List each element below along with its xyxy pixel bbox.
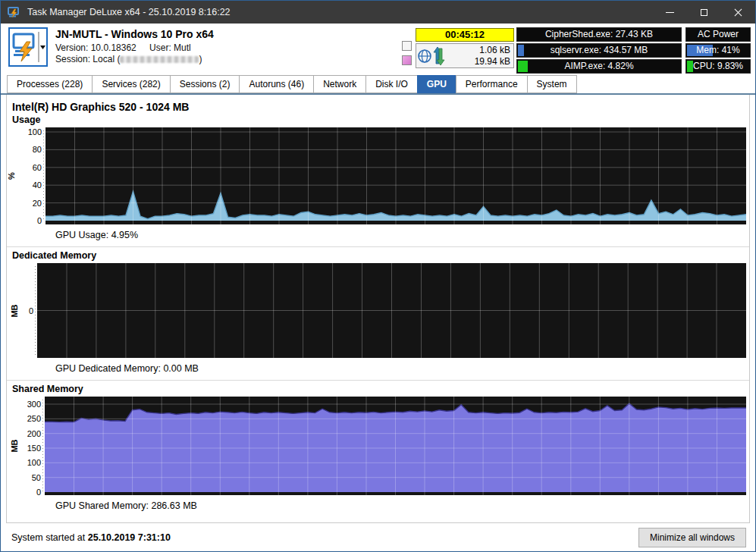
host-info: JN-MUTL - Windows 10 Pro x64 Version: 10… — [55, 28, 214, 65]
top-process-box-bar — [518, 45, 524, 56]
tabstrip: Processes (228)Services (282)Sessions (2… — [1, 75, 755, 95]
top-process-box[interactable]: AIMP.exe: 4.82% — [516, 59, 682, 74]
status-box[interactable]: AC Power — [685, 27, 751, 42]
y-tick-label: 100 — [27, 458, 41, 468]
gpu-tab-page: Intel(R) HD Graphics 520 - 1024 MB Usage… — [6, 95, 750, 523]
tab-performance[interactable]: Performance — [456, 75, 527, 93]
y-tick-label: 0 — [29, 306, 33, 316]
shared-caption: GPU Shared Memory: 286.63 MB — [55, 500, 749, 511]
statusbar: System started at 25.10.2019 7:31:10 Min… — [1, 523, 755, 551]
usage-chart-row: % 100806040200 — [7, 127, 749, 224]
net-upload-value: 1.06 kB — [447, 45, 510, 56]
maximize-icon — [701, 9, 707, 16]
y-tick-label: 80 — [33, 145, 42, 155]
shared-y-axis-label: MB — [10, 439, 19, 452]
system-started-text: System started at 25.10.2019 7:31:10 — [11, 532, 171, 543]
y-tick-label: 150 — [27, 444, 41, 453]
y-tick-label: 0 — [36, 488, 41, 497]
indicator-square-white — [402, 41, 412, 51]
y-tick-label: 250 — [27, 414, 41, 424]
dedicated-chart-row: MB 0 — [7, 263, 749, 358]
top-process-box-label: AIMP.exe: 4.82% — [564, 61, 633, 71]
y-tick-label: 200 — [27, 429, 41, 439]
shared-chart-plot — [45, 397, 746, 495]
maximize-button[interactable] — [687, 1, 721, 24]
task-manager-window: Task Manager DeLuxe x64 - 25.10.2019 8:1… — [0, 0, 756, 552]
minimize-all-windows-button[interactable]: Minimize all windows — [638, 528, 746, 547]
usage-chart-plot — [45, 127, 746, 224]
y-tick-label: 300 — [27, 400, 41, 409]
close-icon — [734, 8, 742, 17]
system-started-prefix: System started at — [11, 532, 88, 543]
dedicated-y-axis: MB 0 — [7, 263, 37, 358]
dedicated-chart-plot — [37, 263, 746, 358]
monitor-lightning-icon — [10, 29, 46, 65]
tab-services-282[interactable]: Services (282) — [92, 75, 169, 93]
version-label: Version: 10.0.18362 — [55, 42, 136, 53]
top-process-box[interactable]: CipherShed.exe: 27.43 KB — [516, 27, 682, 42]
status-box[interactable]: CPU: 9.83% — [685, 59, 751, 74]
y-tick-label: 100 — [28, 127, 42, 137]
header: JN-MUTL - Windows 10 Pro x64 Version: 10… — [1, 24, 755, 75]
section-separator — [7, 380, 749, 381]
minimize-icon — [666, 12, 674, 13]
top-process-box-label: sqlservr.exe: 434.57 MB — [551, 45, 648, 55]
titlebar: Task Manager DeLuxe x64 - 25.10.2019 8:1… — [1, 1, 755, 24]
tab-autoruns-46[interactable]: Autoruns (46) — [239, 75, 313, 93]
dedicated-section-label: Dedicated Memory — [12, 250, 749, 261]
shared-section-label: Shared Memory — [12, 384, 749, 394]
indicator-square-pink — [402, 55, 412, 65]
shared-y-axis: MB 300250200150100500 — [7, 397, 45, 495]
chart-canvas — [37, 263, 746, 358]
usage-y-axis: % 100806040200 — [7, 127, 45, 224]
session-prefix: Session: Local ( — [55, 54, 120, 64]
system-status-stats: AC PowerMem: 41%CPU: 9.83% — [685, 27, 751, 75]
host-session-line: Session: Local () — [55, 54, 214, 65]
y-tick-label: 60 — [33, 163, 42, 173]
top-process-box-bar — [518, 61, 528, 72]
gpu-device-title: Intel(R) HD Graphics 520 - 1024 MB — [12, 101, 749, 113]
host-version-line: Version: 10.0.18362 User: Mutl — [55, 42, 214, 54]
dedicated-y-axis-label: MB — [10, 304, 19, 317]
host-title: JN-MUTL - Windows 10 Pro x64 — [55, 28, 214, 40]
globe-up-down-arrows-icon — [416, 45, 447, 67]
system-started-datetime: 25.10.2019 7:31:10 — [88, 532, 171, 543]
status-box[interactable]: Mem: 41% — [685, 43, 751, 58]
tab-gpu[interactable]: GPU — [417, 75, 456, 93]
network-values: 1.06 kB 19.94 kB — [447, 45, 513, 67]
y-tick-label: 50 — [32, 473, 41, 483]
app-menu-button[interactable] — [8, 27, 48, 67]
usage-caption: GPU Usage: 4.95% — [55, 230, 749, 240]
chart-canvas — [45, 397, 746, 495]
y-tick-label: 20 — [33, 199, 42, 209]
tab-system[interactable]: System — [527, 75, 577, 93]
tab-sessions-2[interactable]: Sessions (2) — [170, 75, 240, 93]
app-mini-icon — [8, 7, 20, 18]
tab-network[interactable]: Network — [313, 75, 365, 93]
network-traffic-widget[interactable]: 1.06 kB 19.94 kB — [416, 43, 514, 68]
section-separator — [7, 246, 749, 247]
top-process-box[interactable]: sqlservr.exe: 434.57 MB — [516, 43, 682, 58]
tab-disk-i-o[interactable]: Disk I/O — [365, 75, 417, 93]
dedicated-caption: GPU Dedicated Memory: 0.00 MB — [55, 363, 749, 374]
top-process-stats: CipherShed.exe: 27.43 KBsqlservr.exe: 43… — [516, 27, 682, 75]
minimize-button[interactable] — [653, 1, 687, 24]
chevron-down-icon — [40, 45, 45, 49]
status-box-label: Mem: 41% — [696, 45, 739, 55]
top-process-box-label: CipherShed.exe: 27.43 KB — [545, 29, 653, 39]
tab-processes-228[interactable]: Processes (228) — [7, 75, 92, 93]
status-box-label: CPU: 9.83% — [693, 61, 743, 71]
shared-chart-row: MB 300250200150100500 — [7, 397, 749, 495]
y-tick-label: 0 — [37, 216, 42, 226]
y-tick-label: 40 — [33, 180, 42, 190]
uptime-timer[interactable]: 00:45:12 — [416, 28, 514, 42]
usage-section-label: Usage — [12, 114, 749, 125]
session-redacted-text — [120, 56, 199, 63]
usage-y-axis-label: % — [7, 172, 16, 180]
net-download-value: 19.94 kB — [447, 56, 510, 67]
chart-canvas — [45, 127, 746, 224]
status-box-label: AC Power — [698, 29, 739, 39]
user-label: User: Mutl — [149, 42, 191, 53]
close-button[interactable] — [721, 1, 755, 24]
session-suffix: ) — [199, 54, 202, 64]
